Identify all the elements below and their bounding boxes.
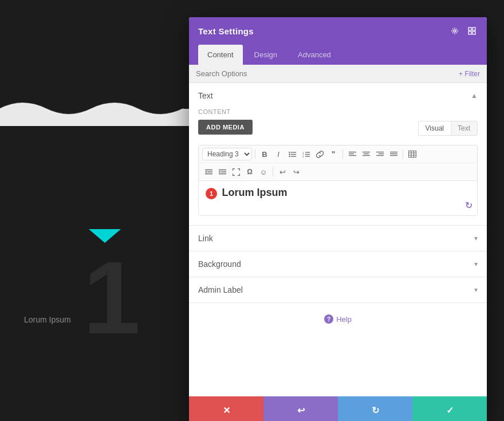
toolbar-row-2: Ω ☺ ↩ ↪ [199, 163, 477, 181]
unordered-list-button[interactable] [286, 148, 298, 160]
editor-area: Heading 3 Heading 1 Heading 2 Paragraph … [198, 145, 478, 216]
italic-button[interactable]: I [272, 148, 285, 160]
link-section-title: Link [198, 234, 213, 243]
undo-button[interactable]: ↩ [276, 166, 289, 178]
refresh-icon[interactable]: ↻ [465, 200, 472, 211]
add-media-button[interactable]: ADD MEDIA [198, 120, 253, 135]
align-left-button[interactable] [346, 148, 359, 160]
help-icon: ? [324, 314, 333, 324]
link-section-arrow: ▾ [474, 234, 478, 242]
svg-rect-29 [409, 151, 416, 158]
canvas-lorum-ipsum: Lorum Ipsum [24, 315, 71, 324]
tab-design[interactable]: Design [245, 45, 286, 65]
heading-select[interactable]: Heading 3 Heading 1 Heading 2 Paragraph [202, 148, 252, 160]
visual-text-toggle: Visual Text [418, 121, 478, 136]
link-section-header[interactable]: Link ▾ [189, 226, 487, 251]
text-section-arrow: ▲ [471, 92, 478, 100]
cancel-button[interactable]: ✕ [189, 396, 263, 421]
number-decoration: 1 [83, 246, 140, 349]
text-section-title: Text [198, 91, 213, 100]
wave-decoration [0, 92, 195, 126]
redo-button[interactable]: ↪ [290, 166, 302, 178]
svg-text:3.: 3. [302, 155, 304, 158]
bold-button[interactable]: B [258, 148, 271, 160]
panel-title: Text Settings [198, 26, 254, 36]
background-section-arrow: ▾ [474, 260, 478, 268]
svg-point-8 [289, 151, 290, 152]
svg-rect-1 [468, 27, 471, 30]
editor-content[interactable]: 1 Lorum Ipsum ↻ [199, 181, 477, 215]
outdent-button[interactable] [216, 166, 229, 178]
special-char-button[interactable]: Ω [243, 166, 256, 178]
svg-rect-4 [472, 32, 475, 34]
tab-advanced[interactable]: Advanced [289, 45, 340, 65]
table-button[interactable] [406, 148, 419, 160]
editor-text: Lorum Ipsum [222, 187, 287, 198]
reset-button[interactable]: ↩ [263, 396, 338, 421]
svg-point-0 [454, 30, 456, 32]
editor-badge: 1 [206, 188, 217, 199]
separator-1 [255, 149, 255, 159]
help-label: Help [336, 315, 352, 324]
admin-label-section-title: Admin Label [198, 285, 243, 294]
tab-content[interactable]: Content [198, 45, 243, 65]
search-input[interactable] [196, 69, 459, 78]
svg-rect-3 [468, 32, 471, 34]
emoji-button[interactable]: ☺ [257, 166, 270, 178]
text-section-content: Content ADD MEDIA Visual Text Heading 3 … [189, 108, 487, 225]
align-right-button[interactable] [373, 148, 386, 160]
indent-button[interactable] [202, 166, 215, 178]
admin-label-section-arrow: ▾ [474, 286, 478, 294]
ordered-list-button[interactable]: 1.2.3. [300, 148, 312, 160]
text-section: Text ▲ Content ADD MEDIA Visual Text [189, 83, 487, 226]
svg-point-9 [289, 154, 290, 155]
visual-toggle-button[interactable]: Visual [419, 121, 451, 135]
separator-4 [273, 167, 273, 176]
settings-icon[interactable] [449, 25, 460, 37]
link-section: Link ▾ [189, 226, 487, 251]
toolbar-row-1: Heading 3 Heading 1 Heading 2 Paragraph … [199, 145, 477, 163]
background-section-header[interactable]: Background ▾ [189, 251, 487, 277]
fullscreen-button[interactable] [230, 166, 242, 178]
blockquote-button[interactable]: " [327, 148, 340, 160]
separator-2 [342, 149, 343, 159]
expand-icon[interactable] [466, 25, 478, 37]
link-button[interactable] [313, 148, 326, 160]
panel-header-icons [449, 25, 478, 37]
background-section: Background ▾ [189, 251, 487, 277]
separator-3 [403, 149, 403, 159]
filter-button[interactable]: + Filter [459, 70, 480, 78]
align-justify-button[interactable] [387, 148, 400, 160]
save-button[interactable]: ✓ [412, 396, 487, 421]
tabs-bar: Content Design Advanced [189, 45, 487, 65]
svg-point-10 [289, 155, 290, 156]
redo-footer-button[interactable]: ↻ [338, 396, 412, 421]
svg-rect-2 [472, 27, 475, 30]
background-section-title: Background [198, 259, 241, 269]
panel-header: Text Settings [189, 17, 487, 45]
content-label: Content [198, 108, 478, 115]
panel-body: Text ▲ Content ADD MEDIA Visual Text [189, 83, 487, 396]
admin-label-section-header[interactable]: Admin Label ▾ [189, 277, 487, 302]
text-toggle-button[interactable]: Text [451, 121, 477, 135]
panel-footer: ✕ ↩ ↻ ✓ [189, 396, 487, 421]
settings-panel: Text Settings Content Design Advanced [189, 17, 487, 421]
align-center-button[interactable] [360, 148, 372, 160]
search-bar: + Filter [189, 65, 487, 83]
help-area[interactable]: ? Help [189, 303, 487, 335]
admin-label-section: Admin Label ▾ [189, 277, 487, 303]
text-section-header[interactable]: Text ▲ [189, 83, 487, 108]
